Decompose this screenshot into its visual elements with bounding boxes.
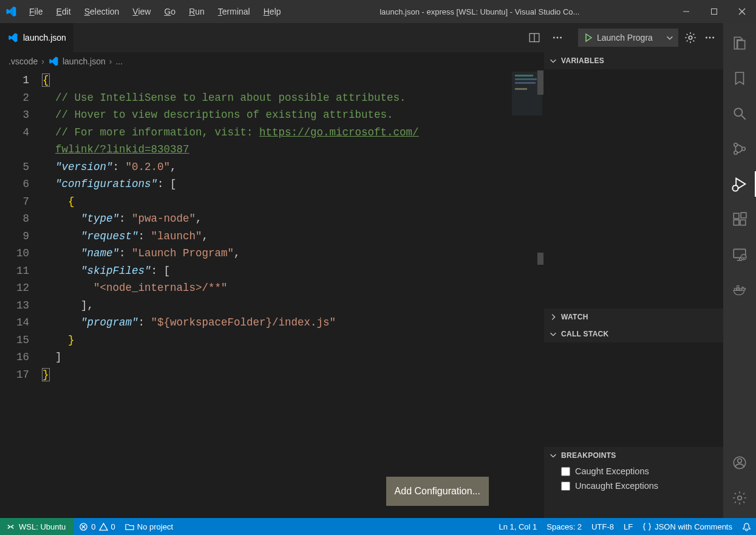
- svg-point-28: [738, 459, 742, 463]
- source-control-icon[interactable]: [723, 132, 756, 165]
- vscode-icon: [5, 5, 17, 18]
- folder-icon: [125, 522, 134, 531]
- caught-exceptions-label: Caught Exceptions: [575, 466, 649, 476]
- tab-label: launch.json: [23, 33, 66, 43]
- split-editor-icon[interactable]: [527, 30, 542, 45]
- add-configuration-button[interactable]: Add Configuration...: [386, 477, 489, 506]
- breadcrumb-trail[interactable]: ...: [115, 56, 123, 66]
- menu-view[interactable]: ViewView: [126, 3, 157, 20]
- variables-body[interactable]: [544, 69, 723, 308]
- code-editor[interactable]: 1 2 3 4 5 6 7 8 9 10 11 12 13 1: [0, 70, 543, 518]
- debug-more-icon[interactable]: [703, 30, 717, 45]
- chevron-right-icon: [549, 313, 557, 321]
- activity-bar: [723, 23, 756, 518]
- watch-label: WATCH: [561, 313, 588, 321]
- svg-point-29: [738, 496, 742, 500]
- remote-icon: [6, 522, 15, 531]
- remote-indicator[interactable]: WSL: Ubuntu: [0, 518, 74, 535]
- menu-bar: FFileile EditEdit SelectionSelection Vie…: [23, 3, 287, 20]
- warning-icon: [99, 522, 108, 531]
- maximize-button[interactable]: [700, 0, 728, 23]
- svg-rect-1: [712, 9, 717, 15]
- settings-gear-icon[interactable]: [723, 482, 756, 514]
- chevron-down-icon: [549, 56, 557, 65]
- svg-point-10: [712, 37, 714, 39]
- indentation-status[interactable]: Spaces: 2: [542, 518, 587, 535]
- svg-rect-17: [734, 213, 739, 219]
- chevron-down-icon[interactable]: [666, 33, 674, 42]
- search-icon[interactable]: [723, 97, 756, 130]
- line-gutter: 1 2 3 4 5 6 7 8 9 10 11 12 13 1: [0, 70, 43, 518]
- remote-explorer-icon[interactable]: [723, 238, 756, 271]
- bookmark-icon[interactable]: [723, 62, 756, 95]
- minimap[interactable]: [505, 70, 543, 518]
- cursor-position[interactable]: Ln 1, Col 1: [494, 518, 542, 535]
- project-indicator[interactable]: No project: [120, 518, 178, 535]
- svg-rect-20: [741, 213, 746, 218]
- menu-run[interactable]: RunRun: [183, 3, 211, 20]
- callstack-section-header[interactable]: CALL STACK: [544, 325, 723, 342]
- chevron-right-icon: ›: [109, 56, 112, 66]
- problems-indicator[interactable]: 0 0: [74, 518, 120, 535]
- svg-point-15: [742, 147, 745, 150]
- menu-go[interactable]: GoGo: [158, 3, 182, 20]
- extensions-icon[interactable]: [723, 203, 756, 236]
- menu-edit[interactable]: EditEdit: [50, 3, 77, 20]
- svg-line-12: [741, 115, 746, 120]
- gear-icon[interactable]: [683, 30, 698, 45]
- svg-rect-26: [737, 286, 739, 288]
- svg-point-4: [553, 37, 555, 39]
- close-button[interactable]: [728, 0, 756, 23]
- breakpoints-body: Caught Exceptions Uncaught Exceptions: [544, 464, 723, 493]
- variables-label: VARIABLES: [561, 56, 604, 65]
- breakpoints-section-header[interactable]: BREAKPOINTS: [544, 447, 723, 464]
- window-controls: [672, 0, 756, 23]
- code-content[interactable]: { // Use IntelliSense to learn about pos…: [43, 70, 543, 518]
- svg-rect-18: [734, 220, 739, 225]
- breakpoint-caught-row[interactable]: Caught Exceptions: [544, 464, 723, 479]
- uncaught-exceptions-checkbox[interactable]: [561, 482, 570, 491]
- vscode-file-icon: [48, 56, 59, 67]
- chevron-right-icon: ›: [41, 56, 44, 66]
- menu-terminal[interactable]: TerminalTerminal: [212, 3, 256, 20]
- tab-launch-json[interactable]: launch.json: [0, 23, 74, 52]
- menu-selection[interactable]: SelectionSelection: [78, 3, 126, 20]
- watch-section-header[interactable]: WATCH: [544, 308, 723, 325]
- minimize-button[interactable]: [672, 0, 700, 23]
- callstack-body[interactable]: [544, 342, 723, 447]
- more-actions-icon[interactable]: [550, 30, 565, 45]
- svg-point-7: [689, 36, 692, 39]
- explorer-icon[interactable]: [723, 27, 756, 60]
- run-debug-icon[interactable]: [723, 168, 756, 200]
- chevron-down-icon: [549, 330, 557, 338]
- svg-point-5: [557, 37, 559, 39]
- menu-help[interactable]: HelpHelp: [257, 3, 287, 20]
- accounts-icon[interactable]: [723, 446, 756, 479]
- debug-sidebar: VARIABLES WATCH CALL STACK BREAKPOINTS: [543, 52, 723, 518]
- json-icon: [642, 522, 652, 531]
- breadcrumb-file[interactable]: launch.json: [63, 56, 106, 66]
- svg-point-11: [734, 108, 742, 116]
- eol-status[interactable]: LF: [619, 518, 638, 535]
- menu-file[interactable]: FFileile: [23, 3, 49, 20]
- docker-icon[interactable]: [723, 273, 756, 306]
- chevron-down-icon: [549, 451, 557, 460]
- error-icon: [79, 522, 88, 531]
- breakpoint-uncaught-row[interactable]: Uncaught Exceptions: [544, 479, 723, 493]
- svg-rect-0: [683, 12, 689, 12]
- svg-point-16: [732, 185, 738, 191]
- notifications-icon[interactable]: [737, 518, 756, 535]
- debug-config-name: Launch Progra: [597, 33, 662, 43]
- svg-point-8: [706, 37, 707, 39]
- encoding-status[interactable]: UTF-8: [587, 518, 619, 535]
- caught-exceptions-checkbox[interactable]: [561, 467, 570, 476]
- language-mode[interactable]: JSON with Comments: [638, 518, 737, 535]
- title-bar: FFileile EditEdit SelectionSelection Vie…: [0, 0, 756, 23]
- variables-section-header[interactable]: VARIABLES: [544, 52, 723, 69]
- status-bar: WSL: Ubuntu 0 0 No project Ln 1, Col 1 S…: [0, 518, 756, 535]
- breadcrumb[interactable]: .vscode › launch.json › ...: [0, 52, 543, 70]
- start-debug-icon[interactable]: [584, 33, 593, 43]
- breadcrumb-folder[interactable]: .vscode: [9, 56, 38, 66]
- debug-config-selector[interactable]: Launch Progra: [578, 29, 678, 47]
- debug-toolbar: Launch Progra: [572, 23, 723, 52]
